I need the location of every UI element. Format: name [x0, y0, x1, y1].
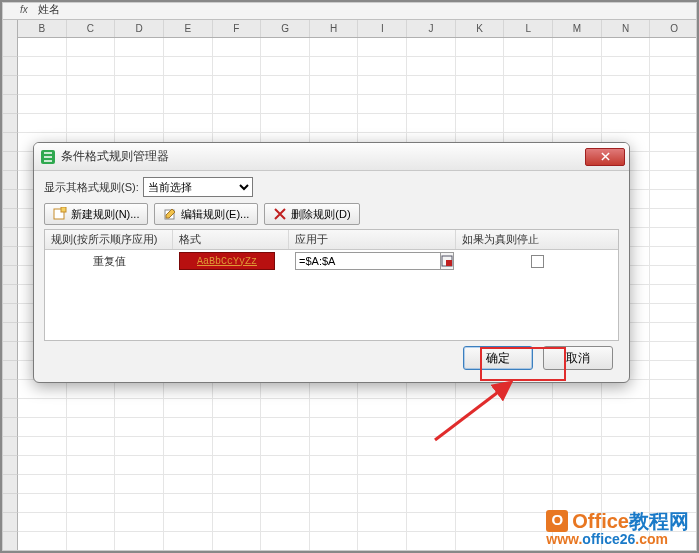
cell[interactable]	[504, 57, 553, 76]
close-button[interactable]	[585, 148, 625, 166]
cell[interactable]	[164, 437, 213, 456]
cell[interactable]	[650, 76, 699, 95]
cell[interactable]	[504, 437, 553, 456]
cell[interactable]	[553, 456, 602, 475]
cell[interactable]	[115, 114, 164, 133]
cell[interactable]	[164, 513, 213, 532]
col-header[interactable]: J	[407, 20, 456, 37]
cell[interactable]	[650, 247, 699, 266]
cell[interactable]	[18, 456, 67, 475]
row-header[interactable]	[0, 494, 18, 513]
cell[interactable]	[261, 532, 310, 551]
cell[interactable]	[650, 285, 699, 304]
cell[interactable]	[213, 475, 262, 494]
cell[interactable]	[407, 494, 456, 513]
cell[interactable]	[310, 418, 359, 437]
cell[interactable]	[456, 399, 505, 418]
cell[interactable]	[67, 456, 116, 475]
cell[interactable]	[456, 532, 505, 551]
col-header[interactable]: O	[650, 20, 699, 37]
cell[interactable]	[310, 76, 359, 95]
cell[interactable]	[115, 76, 164, 95]
cell[interactable]	[115, 399, 164, 418]
cell[interactable]	[553, 95, 602, 114]
cell[interactable]	[164, 475, 213, 494]
cell[interactable]	[213, 437, 262, 456]
cell[interactable]	[67, 513, 116, 532]
cell[interactable]	[407, 513, 456, 532]
row-header[interactable]	[0, 95, 18, 114]
cell[interactable]	[164, 494, 213, 513]
cell[interactable]	[261, 418, 310, 437]
col-header[interactable]: B	[18, 20, 67, 37]
col-header[interactable]: L	[504, 20, 553, 37]
new-rule-button[interactable]: 新建规则(N)...	[44, 203, 148, 225]
col-header[interactable]: D	[115, 20, 164, 37]
cell[interactable]	[67, 475, 116, 494]
cell[interactable]	[67, 532, 116, 551]
cell[interactable]	[310, 475, 359, 494]
cell[interactable]	[18, 475, 67, 494]
cell[interactable]	[358, 456, 407, 475]
cell[interactable]	[456, 513, 505, 532]
cell[interactable]	[650, 380, 699, 399]
cell[interactable]	[18, 399, 67, 418]
cell[interactable]	[213, 456, 262, 475]
cell[interactable]	[407, 76, 456, 95]
cell[interactable]	[602, 456, 651, 475]
cell[interactable]	[18, 114, 67, 133]
cell[interactable]	[67, 494, 116, 513]
cell[interactable]	[358, 437, 407, 456]
cell[interactable]	[18, 418, 67, 437]
cell[interactable]	[115, 418, 164, 437]
cell[interactable]	[504, 399, 553, 418]
row-header[interactable]	[0, 304, 18, 323]
cell[interactable]	[456, 95, 505, 114]
col-header[interactable]: H	[310, 20, 359, 37]
cell[interactable]	[213, 38, 262, 57]
cell[interactable]	[164, 114, 213, 133]
cell[interactable]	[407, 475, 456, 494]
cell[interactable]	[553, 38, 602, 57]
cell[interactable]	[602, 399, 651, 418]
row-header[interactable]	[0, 285, 18, 304]
cell[interactable]	[213, 95, 262, 114]
cell[interactable]	[650, 342, 699, 361]
row-header[interactable]	[0, 532, 18, 551]
cell[interactable]	[261, 437, 310, 456]
cell[interactable]	[602, 38, 651, 57]
cell[interactable]	[261, 57, 310, 76]
col-header[interactable]: I	[358, 20, 407, 37]
row-header[interactable]	[0, 266, 18, 285]
select-all-corner[interactable]	[0, 20, 18, 38]
cell[interactable]	[213, 57, 262, 76]
cell[interactable]	[261, 475, 310, 494]
cell[interactable]	[115, 437, 164, 456]
cell[interactable]	[358, 76, 407, 95]
cell[interactable]	[310, 114, 359, 133]
cell[interactable]	[650, 152, 699, 171]
cell[interactable]	[650, 38, 699, 57]
row-header[interactable]	[0, 342, 18, 361]
delete-rule-button[interactable]: 删除规则(D)	[264, 203, 359, 225]
col-header[interactable]: E	[164, 20, 213, 37]
cell[interactable]	[18, 513, 67, 532]
cell[interactable]	[358, 418, 407, 437]
col-header[interactable]: N	[602, 20, 651, 37]
col-header[interactable]: C	[67, 20, 116, 37]
row-header[interactable]	[0, 57, 18, 76]
cell[interactable]	[553, 76, 602, 95]
cell[interactable]	[115, 513, 164, 532]
row-header[interactable]	[0, 38, 18, 57]
cell[interactable]	[164, 57, 213, 76]
cell[interactable]	[650, 171, 699, 190]
cell[interactable]	[456, 475, 505, 494]
cell[interactable]	[407, 38, 456, 57]
cell[interactable]	[650, 190, 699, 209]
cell[interactable]	[553, 475, 602, 494]
cell[interactable]	[456, 114, 505, 133]
cell[interactable]	[602, 95, 651, 114]
cell[interactable]	[18, 76, 67, 95]
cell[interactable]	[310, 513, 359, 532]
cell[interactable]	[650, 361, 699, 380]
